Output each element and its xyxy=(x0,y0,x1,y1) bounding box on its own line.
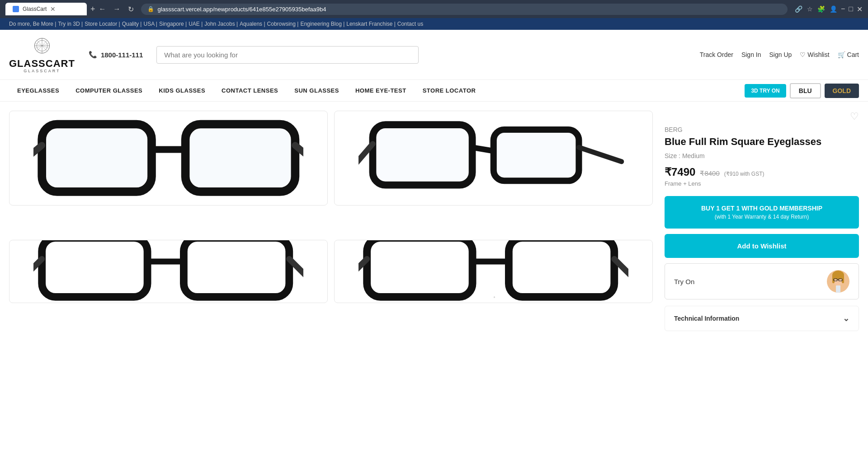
top-link-domore[interactable]: Do more, Be More | xyxy=(9,21,56,27)
logo-text: GLASSCART xyxy=(9,59,75,69)
try-on-avatar xyxy=(827,270,849,293)
product-area: * ♡ BERG Blue Full Rim Square Eyeglasses… xyxy=(0,102,868,340)
top-link-cobrowsing[interactable]: Cobrowsing | xyxy=(267,21,299,27)
top-link-singapore[interactable]: Singapore | xyxy=(159,21,187,27)
try-on-button[interactable]: Try On xyxy=(665,263,859,299)
tech-info-label: Technical Information xyxy=(674,315,739,322)
svg-rect-20 xyxy=(376,128,468,182)
price-original: ₹8400 xyxy=(700,169,719,178)
avatar-image xyxy=(827,270,849,293)
buy-button[interactable]: BUY 1 GET 1 WITH GOLD MEMBERSHIP (with 1… xyxy=(665,196,859,229)
phone-icon: 📞 xyxy=(89,51,97,59)
logo-area[interactable]: GLASSCART GLASSCART xyxy=(9,36,75,73)
product-info: ♡ BERG Blue Full Rim Square Eyeglasses S… xyxy=(660,111,859,331)
blu-button[interactable]: BLU xyxy=(790,83,821,98)
cart-link[interactable]: 🛒 Cart xyxy=(838,51,859,58)
try-on-label: Try On xyxy=(674,278,694,285)
share-icon[interactable]: 🔗 xyxy=(795,5,802,13)
minimize-button[interactable]: − xyxy=(841,5,845,13)
svg-line-17 xyxy=(472,147,493,151)
track-order-link[interactable]: Track Order xyxy=(700,51,733,58)
brand-name: BERG xyxy=(665,126,859,133)
top-link-aqualens[interactable]: Aqualens | xyxy=(240,21,265,27)
sign-in-link[interactable]: Sign In xyxy=(741,51,761,58)
price-main: ₹7490 xyxy=(665,166,695,178)
cart-icon: 🛒 xyxy=(838,51,845,58)
reload-button[interactable]: ↻ xyxy=(128,5,134,14)
images-grid: * xyxy=(9,111,653,331)
nav-eyeglasses[interactable]: EYEGLASSES xyxy=(9,80,67,101)
window-controls: − □ ✕ xyxy=(841,5,863,14)
glasses-bottom-right xyxy=(359,240,629,303)
glasses-front-view xyxy=(33,111,304,206)
chevron-down-icon: ⌄ xyxy=(843,313,849,323)
nav-home-eye-test[interactable]: HOME EYE-TEST xyxy=(347,80,415,101)
product-image-3[interactable] xyxy=(9,240,328,303)
top-link-contact[interactable]: Contact us xyxy=(397,21,423,27)
product-image-1[interactable] xyxy=(9,111,328,206)
address-bar[interactable]: 🔒 glassscart.vercel.app/newproducts/641e… xyxy=(141,4,788,15)
frame-lens-label: Frame + Lens xyxy=(665,180,859,187)
glasses-angle-view xyxy=(359,111,629,206)
star-icon[interactable]: ☆ xyxy=(807,5,813,13)
browser-actions: 🔗 ☆ 🧩 👤 xyxy=(795,5,837,13)
user-icon[interactable]: 👤 xyxy=(830,5,837,13)
top-link-lenskart[interactable]: Lenskart Franchise | xyxy=(346,21,396,27)
wishlist-link[interactable]: ♡ Wishlist xyxy=(800,51,829,58)
new-tab-button[interactable]: + xyxy=(90,5,95,14)
phone-area: 📞 1800-111-111 xyxy=(89,51,143,59)
svg-rect-13 xyxy=(46,129,147,188)
svg-rect-22 xyxy=(42,240,147,297)
svg-rect-27 xyxy=(367,240,472,297)
nav-contact-lenses[interactable]: CONTACT LENSES xyxy=(213,80,286,101)
tab-close-button[interactable]: ✕ xyxy=(50,5,56,13)
svg-rect-34 xyxy=(832,275,835,283)
top-link-johnjacobs[interactable]: John Jacobs | xyxy=(204,21,238,27)
size-label: Size : Medium xyxy=(665,152,859,159)
extensions-icon[interactable]: 🧩 xyxy=(817,5,825,13)
product-name: Blue Full Rim Square Eyeglasses xyxy=(665,136,859,148)
lock-icon: 🔒 xyxy=(147,6,154,12)
phone-number: 1800-111-111 xyxy=(101,51,143,59)
logo-sub: GLASSCART xyxy=(24,69,60,73)
gold-button[interactable]: GOLD xyxy=(825,84,859,98)
search-input[interactable] xyxy=(156,46,419,64)
nav-sun-glasses[interactable]: SUN GLASSES xyxy=(286,80,347,101)
browser-chrome: GlassCart ✕ + ← → ↻ 🔒 glassscart.vercel.… xyxy=(0,0,868,18)
nav-store-locator[interactable]: STORE LOCATOR xyxy=(415,80,484,101)
svg-rect-28 xyxy=(509,240,614,297)
top-link-usa[interactable]: USA | xyxy=(143,21,157,27)
top-link-uae[interactable]: UAE | xyxy=(189,21,203,27)
close-button[interactable]: ✕ xyxy=(857,5,863,14)
nav-kids-glasses[interactable]: KIDS GLASSES xyxy=(151,80,213,101)
add-to-wishlist-button[interactable]: Add to Wishlist xyxy=(665,234,859,258)
glasses-bottom-left xyxy=(33,240,304,303)
svg-rect-23 xyxy=(184,240,289,297)
main-nav: EYEGLASSES COMPUTER GLASSES KIDS GLASSES… xyxy=(0,80,868,102)
browser-tab[interactable]: GlassCart ✕ xyxy=(5,3,87,15)
tab-favicon xyxy=(13,6,19,12)
back-button[interactable]: ← xyxy=(99,5,106,13)
product-image-2[interactable] xyxy=(334,111,653,206)
top-link-storelocator[interactable]: Store Locator | xyxy=(85,21,120,27)
nav-computer-glasses[interactable]: COMPUTER GLASSES xyxy=(67,80,151,101)
tab-title: GlassCart xyxy=(23,6,47,12)
top-link-quality[interactable]: Quality | xyxy=(122,21,142,27)
top-info-bar: Do more, Be More | Try in 3D | Store Loc… xyxy=(0,18,868,30)
heart-icon: ♡ xyxy=(800,51,806,58)
top-link-engineering[interactable]: Engineering Blog | xyxy=(300,21,344,27)
header-actions: Track Order Sign In Sign Up ♡ Wishlist 🛒… xyxy=(700,51,859,58)
watermark: * xyxy=(494,296,495,301)
svg-rect-14 xyxy=(189,129,291,188)
wishlist-heart-button[interactable]: ♡ xyxy=(665,111,859,122)
sign-up-link[interactable]: Sign Up xyxy=(769,51,792,58)
top-link-tryin3d[interactable]: Try in 3D | xyxy=(58,21,83,27)
product-image-4[interactable]: * xyxy=(334,240,653,303)
technical-info-row[interactable]: Technical Information ⌄ xyxy=(665,306,859,331)
forward-button[interactable]: → xyxy=(113,5,121,13)
maximize-button[interactable]: □ xyxy=(849,5,853,13)
svg-rect-39 xyxy=(836,285,840,293)
try3d-button[interactable]: 3D TRY ON xyxy=(745,84,786,98)
svg-rect-21 xyxy=(496,132,576,177)
header: GLASSCART GLASSCART 📞 1800-111-111 Track… xyxy=(0,30,868,80)
